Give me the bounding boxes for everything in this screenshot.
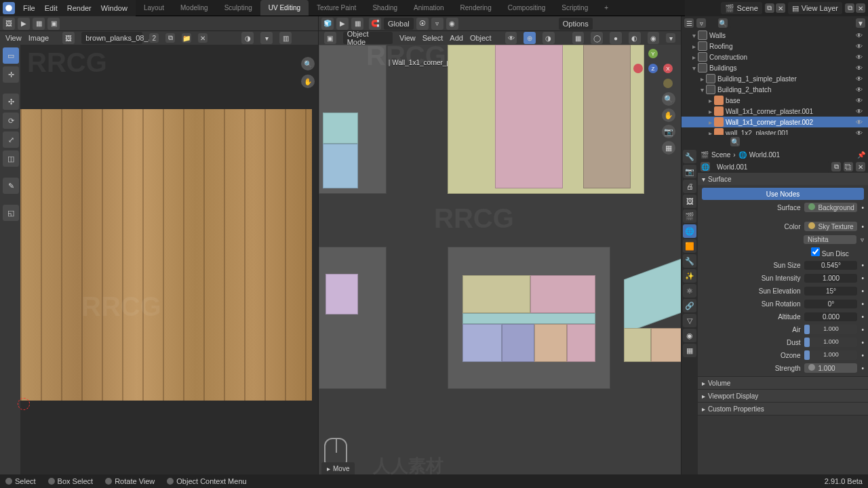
tab-layout[interactable]: Layout [136,0,172,16]
tab-shading[interactable]: Shading [364,0,406,16]
outliner-tree[interactable]: ▾Walls👁▸Roofing👁▸Construction👁▾Buildings… [682,30,868,135]
twist-icon[interactable]: ▸ [690,54,698,61]
tree-row[interactable]: ▸Wall_1x1_corner_plaster.001👁 [682,106,868,117]
shading-matprev-icon[interactable]: ◐ [629,32,641,44]
altitude-input[interactable]: 0.000 [804,312,857,321]
sun-intensity-input[interactable]: 1.000 [804,274,857,283]
pin-icon[interactable]: 📌 [857,151,865,159]
camera-icon[interactable]: 📷 [662,125,675,138]
snap-to-icon[interactable]: ▿ [431,18,443,30]
mode-selector[interactable]: Object Mode [343,32,393,44]
tab-tool-icon[interactable]: 🔧 [683,150,696,163]
search-icon[interactable]: 🔍 [730,137,740,146]
world-unlink-icon[interactable]: ✕ [856,162,865,171]
twist-icon[interactable]: ▸ [698,75,706,83]
menu-render[interactable]: Render [63,4,96,12]
prop-edit-icon[interactable]: ◉ [446,18,458,30]
panel-viewport-display-header[interactable]: ▸Viewport Display [698,390,868,402]
visibility-eye-icon[interactable]: 👁 [856,119,865,126]
viewport-canvas[interactable]: Top Orthographic (1) Scene Collection | … [319,45,681,474]
outliner-type-icon[interactable]: ☰ [684,18,694,28]
gizmo-toggle-icon[interactable]: ⊕ [524,32,536,44]
outliner-search-input[interactable] [730,18,853,28]
tab-animation[interactable]: Animation [406,0,452,16]
twist-icon[interactable]: ▸ [690,43,698,50]
tab-mesh-icon[interactable]: ▽ [683,314,696,327]
tree-row[interactable]: ▾Building_2_thatch👁 [682,84,868,95]
tab-material-icon[interactable]: ◉ [683,329,696,342]
shading-dropdown-icon[interactable]: ▾ [666,33,675,43]
surface-value[interactable]: Background [804,203,857,212]
zoom-icon[interactable]: 🔍 [301,57,315,70]
axis-y-icon[interactable]: Y [648,49,658,58]
shading-solid-icon[interactable]: ● [610,32,622,44]
use-nodes-button[interactable]: Use Nodes [702,188,864,200]
tree-row[interactable]: ▸Wall_1x1_corner_plaster.002👁 [682,117,868,127]
viewport-play-icon[interactable]: ▶ [336,18,349,30]
panel-surface-header[interactable]: ▾Surface [698,173,868,185]
outliner-display-icon[interactable]: ▿ [696,18,706,28]
tree-row[interactable]: ▸Roofing👁 [682,41,868,52]
twist-icon[interactable]: ▸ [706,97,714,104]
tool-annotate[interactable]: ✎ [3,178,19,194]
tree-row[interactable]: ▸Building_1_simple_plaster👁 [682,73,868,84]
tree-row[interactable]: ▾Buildings👁 [682,62,868,73]
filter-icon[interactable]: ▼ [856,18,865,28]
axis-z-icon[interactable]: Z [648,64,658,73]
tab-world-icon[interactable]: 🌐 [683,224,696,238]
tab-scene-icon[interactable]: 🎬 [683,209,696,223]
viewport-sel-icon[interactable]: ▦ [351,18,363,30]
tab-render-icon[interactable]: 📷 [683,165,696,178]
world-new-icon[interactable]: ⧉ [831,162,841,171]
layer-delete-icon[interactable]: ✕ [856,3,865,13]
image-unlink-icon[interactable]: ✕ [198,33,208,43]
sun-disc-checkbox[interactable]: Sun Disc [807,247,860,258]
panel-volume-header[interactable]: ▸Volume [698,377,868,389]
tab-rendering[interactable]: Rendering [452,0,500,16]
vp-menu-add[interactable]: Add [450,34,463,42]
image-new-icon[interactable]: ⧉ [165,33,175,43]
pan-icon[interactable]: ✋ [662,108,675,122]
mode-icon[interactable]: ▣ [324,32,336,44]
visibility-eye-icon[interactable]: 👁 [856,43,865,50]
last-operator-panel[interactable]: ▸Move [321,462,355,474]
vp-menu-object[interactable]: Object [470,34,492,42]
tab-modeling[interactable]: Modeling [172,0,216,16]
twist-icon[interactable]: ▸ [706,108,714,115]
visibility-eye-icon[interactable]: 👁 [856,97,865,104]
persp-icon[interactable]: ▦ [662,141,675,155]
shading-wire-icon[interactable]: ◯ [591,32,603,44]
nav-gizmo[interactable]: Y Z X [633,49,674,89]
overlay-toggle-icon[interactable]: ◑ [542,32,555,44]
visibility-icon[interactable]: 👁 [505,32,517,44]
uv-menu-image[interactable]: Image [28,34,50,42]
vp-menu-view[interactable]: View [399,34,416,42]
tool-select[interactable]: ▭ [3,47,19,64]
tool-move[interactable]: ✣ [3,94,19,110]
twist-icon[interactable]: ▸ [706,119,714,126]
sun-elevation-input[interactable]: 15° [804,287,857,296]
vp-menu-select[interactable]: Select [422,34,443,42]
tab-sculpting[interactable]: Sculpting [216,0,260,16]
tab-scripting[interactable]: Scripting [553,0,596,16]
editor-type-icon[interactable]: 🖼 [3,18,15,30]
visibility-eye-icon[interactable]: 👁 [856,54,865,61]
scene-delete-icon[interactable]: ✕ [776,3,785,13]
orientation-field[interactable]: Global [384,18,414,30]
tab-texture-paint[interactable]: Texture Paint [309,0,364,16]
zoom-icon[interactable]: 🔍 [662,92,675,106]
axis-neg-icon[interactable] [633,64,643,73]
uv-play-icon[interactable]: ▶ [18,18,30,30]
tree-row[interactable]: ▸base👁 [682,95,868,106]
visibility-eye-icon[interactable]: 👁 [856,64,865,72]
tree-row[interactable]: ▾Walls👁 [682,30,868,41]
ozone-slider[interactable]: 1.000 [804,350,857,360]
uv-overlay-icon[interactable]: ◑ [241,32,254,44]
pivot-icon[interactable]: ⦿ [416,18,429,30]
tab-physics-icon[interactable]: ⚛ [683,284,696,298]
tool-rip[interactable]: ◱ [3,205,19,221]
dust-slider[interactable]: 1.000 [804,338,857,347]
xray-icon[interactable]: ▦ [572,32,585,44]
blender-logo-icon[interactable] [3,2,15,14]
world-browse-icon[interactable]: 🌐 [701,162,710,171]
